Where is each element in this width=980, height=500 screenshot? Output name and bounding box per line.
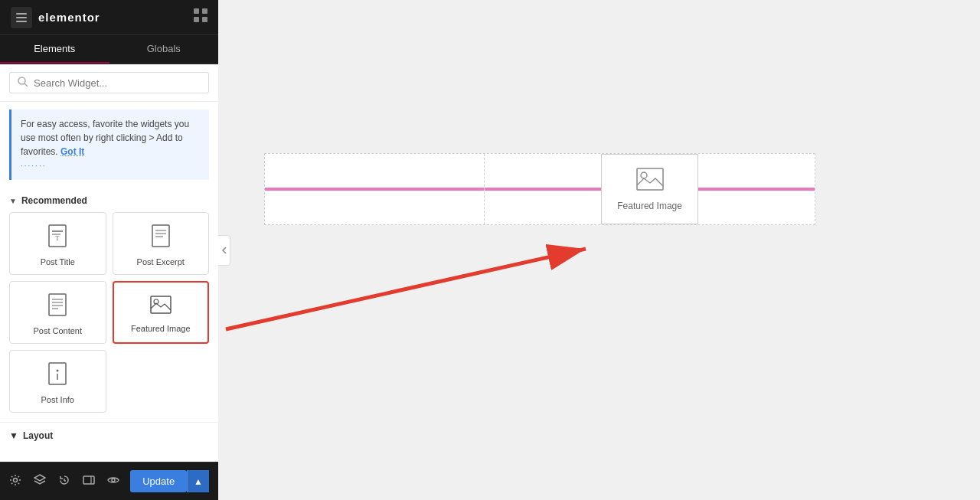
svg-rect-17	[49, 294, 66, 315]
svg-point-27	[14, 478, 18, 482]
svg-rect-22	[151, 296, 171, 313]
post-content-icon	[47, 292, 68, 320]
svg-text:T: T	[56, 235, 60, 242]
panel-tabs: Elements Globals	[0, 35, 218, 64]
widget-post-content[interactable]: Post Content	[9, 281, 106, 344]
history-icon[interactable]	[58, 474, 70, 489]
post-excerpt-label: Post Excerpt	[137, 257, 185, 266]
panel-content: For easy access, favorite the widgets yo…	[0, 64, 218, 462]
drag-arrow	[218, 0, 980, 500]
canvas-area: Featured Image	[218, 0, 980, 500]
canvas-frame: Featured Image	[264, 153, 815, 225]
layout-section-header[interactable]: ▼ Layout	[0, 422, 218, 447]
canvas-featured-image-icon	[635, 167, 665, 194]
post-info-label: Post Info	[41, 395, 74, 404]
svg-point-33	[112, 479, 115, 482]
hamburger-menu[interactable]	[11, 7, 32, 28]
svg-point-25	[57, 370, 59, 372]
svg-line-8	[24, 83, 28, 87]
svg-rect-5	[194, 17, 199, 22]
post-title-label: Post Title	[41, 257, 75, 266]
svg-point-35	[641, 172, 647, 178]
widget-post-title[interactable]: T Post Title	[9, 212, 106, 275]
grid-icon[interactable]	[194, 8, 207, 26]
svg-line-37	[226, 249, 586, 329]
layers-icon[interactable]	[34, 474, 46, 489]
header-logo: elementor	[11, 7, 100, 28]
tab-elements[interactable]: Elements	[0, 35, 109, 64]
canvas-row: Featured Image	[265, 154, 815, 224]
update-chevron-button[interactable]: ▲	[187, 470, 209, 492]
search-box[interactable]	[9, 72, 209, 93]
info-box: For easy access, favorite the widgets yo…	[9, 109, 209, 180]
tab-globals[interactable]: Globals	[109, 35, 219, 64]
app-title: elementor	[38, 11, 100, 24]
post-info-icon	[47, 361, 68, 389]
layout-label: Layout	[23, 430, 53, 441]
canvas-widget-label: Featured Image	[617, 201, 682, 211]
svg-rect-3	[194, 8, 199, 14]
svg-rect-1	[16, 17, 27, 18]
post-title-icon: T	[47, 224, 68, 251]
chevron-down-icon-layout: ▼	[9, 430, 18, 441]
svg-point-7	[18, 77, 25, 84]
got-it-link[interactable]: Got It	[60, 146, 84, 157]
settings-icon[interactable]	[9, 474, 21, 489]
canvas-col-1	[265, 154, 485, 224]
eye-icon[interactable]	[107, 474, 119, 489]
post-content-label: Post Content	[33, 326, 82, 335]
widget-post-info[interactable]: Post Info	[9, 350, 106, 413]
canvas-col-2: Featured Image	[485, 154, 815, 224]
svg-marker-28	[34, 475, 45, 481]
search-input[interactable]	[34, 77, 201, 89]
search-icon	[18, 77, 28, 89]
chevron-down-icon: ▼	[9, 197, 17, 205]
left-panel: elementor Elements Globals	[0, 0, 218, 500]
recommended-label: Recommended	[21, 195, 87, 206]
svg-rect-34	[637, 168, 663, 190]
canvas-featured-image-widget[interactable]: Featured Image	[601, 154, 698, 224]
svg-rect-13	[152, 225, 169, 247]
panel-header: elementor	[0, 0, 218, 35]
widget-grid: T Post Title Post Excerpt	[0, 212, 218, 422]
collapse-panel-handle[interactable]	[218, 235, 230, 266]
update-button-group: Update ▲	[130, 470, 209, 492]
svg-rect-0	[16, 13, 27, 15]
panel-toolbar: Update ▲	[0, 462, 218, 500]
svg-rect-6	[202, 17, 207, 22]
update-button[interactable]: Update	[130, 470, 187, 492]
svg-rect-2	[16, 21, 27, 22]
svg-rect-4	[202, 8, 207, 14]
widget-post-excerpt[interactable]: Post Excerpt	[113, 212, 210, 275]
svg-rect-31	[83, 476, 94, 484]
featured-image-icon	[149, 295, 172, 318]
toolbar-icons	[9, 474, 119, 489]
post-excerpt-icon	[150, 224, 172, 251]
widget-featured-image[interactable]: Featured Image	[113, 281, 210, 344]
recommended-section-header[interactable]: ▼ Recommended	[0, 188, 218, 212]
pink-drop-line	[265, 188, 484, 191]
search-container	[0, 64, 218, 102]
featured-image-label: Featured Image	[131, 324, 191, 333]
responsive-icon[interactable]	[83, 474, 95, 489]
